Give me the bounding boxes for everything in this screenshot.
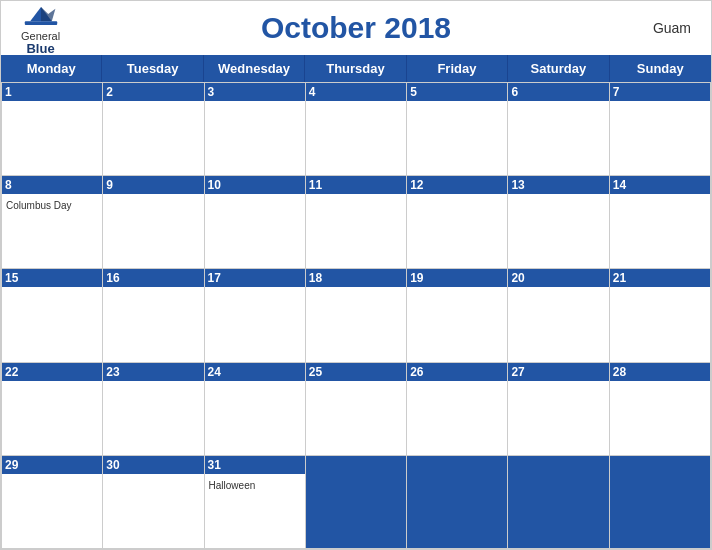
table-row: 1 (2, 83, 103, 176)
table-row: 19 (407, 269, 508, 362)
day-number: 13 (511, 178, 605, 192)
table-row: 18 (306, 269, 407, 362)
day-number-bg: 3 (205, 83, 305, 101)
day-number: 15 (5, 271, 99, 285)
table-row: 29 (2, 456, 103, 549)
calendar: General Blue October 2018 Guam Monday Tu… (0, 0, 712, 550)
day-number-bg: 24 (205, 363, 305, 381)
table-row: 11 (306, 176, 407, 269)
day-number-bg: 22 (2, 363, 102, 381)
calendar-header: General Blue October 2018 Guam (1, 1, 711, 55)
table-row: 17 (205, 269, 306, 362)
table-row: 28 (610, 363, 711, 456)
day-number: 1 (5, 85, 99, 99)
table-row: 22 (2, 363, 103, 456)
header-wednesday: Wednesday (204, 55, 305, 82)
logo: General Blue (21, 1, 60, 55)
svg-rect-3 (24, 21, 56, 25)
day-number: 10 (208, 178, 302, 192)
day-number-bg: 4 (306, 83, 406, 101)
day-number-bg: 7 (610, 83, 710, 101)
day-number-bg: 13 (508, 176, 608, 194)
day-number: 26 (410, 365, 504, 379)
table-row: 31 Halloween (205, 456, 306, 549)
day-number-bg: 10 (205, 176, 305, 194)
day-number-bg: 27 (508, 363, 608, 381)
day-number-bg: 9 (103, 176, 203, 194)
day-number: 16 (106, 271, 200, 285)
day-number: 2 (106, 85, 200, 99)
day-number: 28 (613, 365, 707, 379)
day-number: 23 (106, 365, 200, 379)
table-row: 12 (407, 176, 508, 269)
table-row: 27 (508, 363, 609, 456)
table-row (508, 456, 609, 549)
table-row: 21 (610, 269, 711, 362)
table-row: 8 Columbus Day (2, 176, 103, 269)
day-number: 24 (208, 365, 302, 379)
day-number: 14 (613, 178, 707, 192)
day-number: 9 (106, 178, 200, 192)
header-thursday: Thursday (305, 55, 406, 82)
day-number: 6 (511, 85, 605, 99)
day-number-bg: 11 (306, 176, 406, 194)
day-number-bg: 16 (103, 269, 203, 287)
day-number-bg: 29 (2, 456, 102, 474)
day-number: 5 (410, 85, 504, 99)
logo-blue-text: Blue (26, 42, 54, 55)
day-number-bg: 17 (205, 269, 305, 287)
day-number: 20 (511, 271, 605, 285)
header-friday: Friday (407, 55, 508, 82)
day-number: 12 (410, 178, 504, 192)
header-saturday: Saturday (508, 55, 609, 82)
day-number-bg: 6 (508, 83, 608, 101)
table-row (306, 456, 407, 549)
day-number-bg: 30 (103, 456, 203, 474)
day-number-bg: 12 (407, 176, 507, 194)
calendar-grid: 1 2 3 4 5 6 7 8 Columbus Day 9 10 (1, 82, 711, 549)
region-label: Guam (653, 20, 691, 36)
day-number-bg: 20 (508, 269, 608, 287)
day-headers-row: Monday Tuesday Wednesday Thursday Friday… (1, 55, 711, 82)
logo-icon (23, 1, 59, 29)
table-row: 7 (610, 83, 711, 176)
day-number: 3 (208, 85, 302, 99)
table-row: 24 (205, 363, 306, 456)
month-year-title: October 2018 (261, 11, 451, 44)
table-row: 26 (407, 363, 508, 456)
day-number: 17 (208, 271, 302, 285)
table-row: 30 (103, 456, 204, 549)
header-tuesday: Tuesday (102, 55, 203, 82)
table-row: 10 (205, 176, 306, 269)
table-row (407, 456, 508, 549)
day-number: 27 (511, 365, 605, 379)
table-row: 13 (508, 176, 609, 269)
table-row: 23 (103, 363, 204, 456)
day-number: 19 (410, 271, 504, 285)
event-label: Halloween (209, 480, 301, 491)
table-row: 9 (103, 176, 204, 269)
header-sunday: Sunday (610, 55, 711, 82)
table-row: 16 (103, 269, 204, 362)
day-number: 30 (106, 458, 200, 472)
day-number-bg: 21 (610, 269, 710, 287)
table-row: 4 (306, 83, 407, 176)
day-number: 31 (208, 458, 302, 472)
event-label: Columbus Day (6, 200, 98, 211)
table-row: 20 (508, 269, 609, 362)
day-number-bg: 26 (407, 363, 507, 381)
day-number-bg: 15 (2, 269, 102, 287)
day-number-bg: 5 (407, 83, 507, 101)
day-number-bg: 2 (103, 83, 203, 101)
day-number-bg: 14 (610, 176, 710, 194)
day-number: 11 (309, 178, 403, 192)
day-number-bg: 23 (103, 363, 203, 381)
day-number-bg: 18 (306, 269, 406, 287)
header-monday: Monday (1, 55, 102, 82)
day-number-bg: 1 (2, 83, 102, 101)
table-row (610, 456, 711, 549)
day-number-bg: 25 (306, 363, 406, 381)
day-number: 4 (309, 85, 403, 99)
table-row: 3 (205, 83, 306, 176)
day-number-bg: 31 (205, 456, 305, 474)
